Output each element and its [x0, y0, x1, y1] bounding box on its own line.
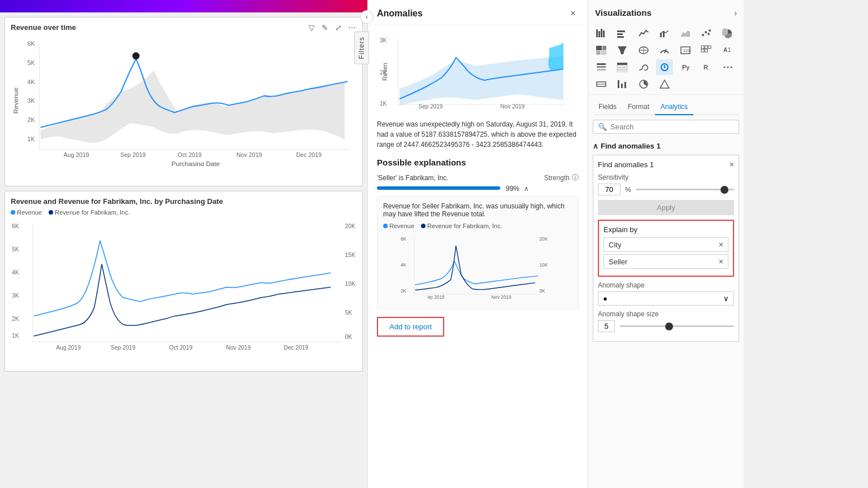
viz-icon-table[interactable] [614, 59, 631, 75]
apply-button[interactable]: Apply [598, 200, 734, 215]
svg-text:Sep 2019: Sep 2019 [120, 151, 146, 158]
viz-icon-bar-chart[interactable] [614, 25, 631, 41]
viz-icon-treemap[interactable] [593, 42, 610, 58]
svg-point-92 [663, 67, 665, 68]
viz-icon-combo-chart[interactable] [656, 25, 673, 41]
explanation-label: 'Seller' is Fabrikam, Inc. [377, 174, 449, 182]
svg-rect-67 [596, 51, 600, 55]
add-to-report-button[interactable]: Add to report [377, 317, 444, 337]
svg-text:3K: 3K [380, 37, 387, 43]
svg-text:Sep 2019: Sep 2019 [419, 103, 443, 110]
edit-icon[interactable]: ✎ [319, 22, 331, 33]
svg-rect-52 [596, 29, 598, 37]
viz-expand-button[interactable]: › [734, 8, 737, 18]
viz-icon-r-visual[interactable]: R [698, 59, 715, 75]
anomaly-shape-section: Anomaly shape ● ∨ [598, 281, 734, 306]
anomaly-shape-label: Anomaly shape [598, 281, 734, 289]
svg-rect-86 [617, 63, 627, 65]
viz-icon-stacked-bar[interactable] [593, 25, 610, 41]
expand-explanation-button[interactable]: ∧ [524, 185, 529, 193]
viz-icon-area-chart[interactable] [677, 25, 694, 41]
strength-info-icon[interactable]: ⓘ [572, 173, 579, 182]
svg-text:5K: 5K [28, 59, 35, 66]
fa-close-button[interactable]: × [730, 160, 734, 169]
tab-format[interactable]: Format [622, 99, 655, 114]
chart1-toolbar: ▽ ✎ ⤢ ⋯ [306, 22, 358, 33]
seller-remove-button[interactable]: × [719, 257, 723, 266]
svg-text:0K: 0K [539, 288, 545, 294]
svg-point-96 [727, 67, 728, 68]
anomaly-description: Revenue was unexpectedly high on Saturda… [377, 119, 579, 150]
viz-icon-more-visuals[interactable] [719, 59, 736, 75]
svg-text:0K: 0K [345, 334, 353, 340]
explanation-detail: Revenue for Seller Fabrikam, Inc. was un… [377, 196, 579, 309]
search-box: 🔍 [593, 120, 739, 134]
fa-card-title: Find anomalies 1 [598, 160, 654, 169]
sensitivity-control: 70 % [598, 184, 734, 195]
size-slider[interactable] [619, 325, 734, 327]
city-tag: City × [604, 237, 728, 252]
svg-text:1K: 1K [380, 101, 387, 107]
viz-icon-kpi[interactable]: A1 [719, 42, 736, 58]
size-value[interactable]: 5 [598, 320, 615, 332]
viz-icon-paint[interactable] [635, 59, 652, 75]
viz-icon-funnel[interactable] [614, 42, 631, 58]
anomalies-close-button[interactable]: × [567, 8, 579, 19]
svg-text:Nov 2019: Nov 2019 [491, 294, 511, 300]
detail-chart: 6K 4K 2K 20K 10K 0K ep 2019 Nov 2019 [383, 233, 572, 300]
sensitivity-value[interactable]: 70 [598, 184, 620, 195]
filter-icon[interactable]: ▽ [306, 22, 317, 33]
viz-icon-card[interactable]: 123 [677, 42, 694, 58]
chart-area: Revenue over time ▽ ✎ ⤢ ⋯ 6K 5K 4K 3K 2K… [0, 12, 367, 488]
search-icon: 🔍 [598, 123, 607, 131]
search-input[interactable] [610, 123, 734, 131]
expand-icon[interactable]: ⤢ [333, 22, 344, 33]
viz-icon-custom2[interactable] [614, 76, 631, 92]
viz-icon-python[interactable]: Py [677, 59, 694, 75]
revenue-over-time-chart: Revenue over time ▽ ✎ ⤢ ⋯ 6K 5K 4K 3K 2K… [5, 17, 363, 186]
viz-icon-map[interactable] [635, 42, 652, 58]
sensitivity-slider[interactable] [636, 189, 734, 190]
svg-text:4K: 4K [401, 262, 407, 268]
chart2-svg: 6K 5K 4K 3K 2K 1K 20K 15K 10K 5K 0K Aug … [11, 218, 357, 356]
svg-rect-53 [598, 31, 600, 37]
anomaly-mini-chart: 3K 2K 1K Reven Sep 2019 Nov 2019 Purchas… [377, 32, 579, 114]
svg-rect-83 [597, 63, 606, 65]
city-remove-button[interactable]: × [719, 240, 723, 249]
svg-text:2K: 2K [28, 116, 35, 123]
viz-icon-custom1[interactable] [593, 76, 610, 92]
svg-text:Aug 2019: Aug 2019 [56, 345, 81, 351]
svg-point-61 [702, 34, 704, 36]
svg-text:4K: 4K [12, 269, 19, 276]
anomaly-shape-select[interactable]: ● ∨ [598, 291, 734, 306]
find-anomalies-card: Find anomalies 1 × Sensitivity 70 % Ap [593, 155, 739, 342]
viz-icon-scatter[interactable] [698, 25, 715, 41]
tab-fields[interactable]: Fields [593, 99, 622, 114]
viz-icon-slicer[interactable] [593, 59, 610, 75]
viz-icon-line-chart[interactable] [635, 25, 652, 41]
chevron-left-button[interactable]: ‹ [360, 10, 374, 24]
svg-text:Nov 2019: Nov 2019 [501, 103, 525, 110]
svg-text:15K: 15K [345, 252, 355, 258]
svg-rect-87 [617, 66, 627, 67]
find-anomalies-header[interactable]: ∧ Find anomalies 1 [593, 140, 739, 152]
viz-icon-custom3[interactable] [635, 76, 652, 92]
svg-point-62 [705, 31, 707, 33]
tab-analytics[interactable]: Analytics [655, 99, 693, 115]
svg-rect-57 [617, 33, 623, 35]
chart1-title: Revenue over time [11, 23, 357, 32]
svg-text:2K: 2K [12, 316, 19, 322]
svg-marker-69 [618, 46, 627, 54]
viz-icon-matrix[interactable] [698, 42, 715, 58]
svg-text:3K: 3K [28, 97, 35, 104]
viz-icon-gauge[interactable] [656, 42, 673, 58]
anomaly-shape-size: Anomaly shape size 5 [598, 310, 734, 332]
sensitivity-pct: % [625, 186, 631, 194]
filters-tab[interactable]: Filters [354, 32, 369, 64]
svg-text:1: 1 [728, 47, 731, 53]
viz-title: Visualizations [595, 8, 652, 18]
viz-icon-analytics-active[interactable] [656, 59, 673, 75]
viz-icon-custom4[interactable] [656, 76, 673, 92]
strength-header: Strength ⓘ [544, 173, 579, 182]
viz-icon-pie[interactable] [719, 25, 736, 41]
